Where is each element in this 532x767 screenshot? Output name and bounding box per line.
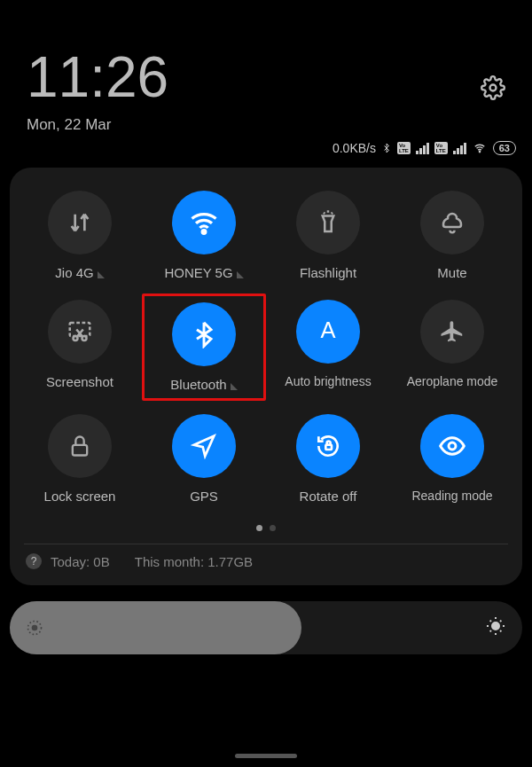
tile-lock-screen[interactable]: Lock screen [20, 411, 139, 507]
bluetooth-icon [190, 320, 218, 348]
brightness-low-icon [26, 619, 43, 637]
settings-button[interactable] [481, 75, 505, 104]
network-speed: 0.0KB/s [332, 141, 376, 155]
tile-label: Flashlight [300, 265, 356, 280]
home-indicator[interactable] [235, 754, 297, 758]
tile-mute[interactable]: Mute [393, 187, 512, 284]
flashlight-icon [315, 209, 341, 236]
svg-point-12 [492, 622, 499, 630]
tile-label: HONEY 5G [164, 265, 243, 280]
tile-label: Screenshot [46, 374, 113, 389]
page-indicator [20, 525, 512, 531]
clock-date: Mon, 22 Mar [27, 116, 168, 134]
lock-icon [67, 434, 92, 458]
bluetooth-status-icon [381, 141, 392, 155]
svg-point-2 [202, 231, 206, 234]
help-icon: ? [26, 553, 42, 569]
wifi-status-icon [472, 142, 488, 154]
status-bar: 0.0KB/s VoLTE VoLTE 63 [0, 141, 532, 164]
brightness-fill [10, 601, 301, 654]
tile-label: Bluetooth [170, 377, 237, 392]
svg-rect-8 [325, 445, 332, 450]
navigation-icon [191, 433, 217, 459]
tile-label: Lock screen [44, 489, 116, 504]
tile-reading-mode[interactable]: Reading mode [393, 411, 512, 507]
tile-wifi[interactable]: HONEY 5G [145, 187, 263, 284]
tile-label: Mute [437, 265, 466, 280]
battery-indicator: 63 [493, 141, 516, 155]
data-arrows-icon [66, 208, 94, 237]
airplane-icon [439, 318, 466, 345]
tile-aeroplane-mode[interactable]: Aeroplane mode [393, 296, 512, 398]
usage-today: Today: 0B [51, 554, 110, 569]
svg-point-10 [32, 625, 38, 631]
data-usage-row[interactable]: ? Today: 0B This month: 1.77GB [20, 553, 512, 569]
brightness-high-icon [485, 615, 506, 640]
tile-rotate[interactable]: Rotate off [269, 411, 387, 507]
svg-point-5 [82, 336, 87, 340]
tile-bluetooth[interactable]: Bluetooth [142, 293, 266, 401]
rotate-lock-icon [314, 432, 342, 460]
volte-badge-2: VoLTE [434, 142, 448, 154]
scissors-icon [66, 318, 93, 345]
tile-label: GPS [190, 489, 218, 504]
tile-label: Auto brightness [285, 374, 371, 388]
brightness-slider[interactable] [10, 601, 522, 654]
tile-gps[interactable]: GPS [145, 411, 263, 507]
bell-icon [439, 209, 466, 236]
tile-label: Aeroplane mode [407, 374, 498, 388]
tile-auto-brightness[interactable]: A Auto brightness [269, 296, 387, 398]
svg-point-1 [479, 152, 480, 153]
clock-time: 11:26 [27, 49, 168, 106]
auto-brightness-icon: A [313, 317, 343, 347]
svg-point-4 [74, 336, 78, 340]
svg-text:A: A [320, 317, 335, 342]
tile-label: Jio 4G [55, 265, 104, 280]
volte-badge-1: VoLTE [397, 142, 411, 154]
wifi-icon [188, 207, 220, 239]
signal-bars-1 [416, 143, 429, 154]
gear-icon [481, 75, 505, 100]
tile-flashlight[interactable]: Flashlight [269, 187, 387, 284]
svg-rect-7 [73, 445, 87, 456]
quick-settings-panel: Jio 4G HONEY 5G Flashlight [10, 168, 522, 585]
tile-mobile-data[interactable]: Jio 4G [20, 187, 139, 284]
tile-label: Reading mode [411, 489, 492, 503]
divider [24, 544, 508, 544]
svg-point-0 [490, 85, 497, 91]
svg-point-9 [449, 442, 456, 450]
tile-label: Rotate off [300, 489, 357, 504]
tile-screenshot[interactable]: Screenshot [20, 296, 139, 398]
signal-bars-2 [453, 143, 466, 154]
usage-month: This month: 1.77GB [135, 554, 253, 569]
eye-icon [438, 432, 466, 460]
